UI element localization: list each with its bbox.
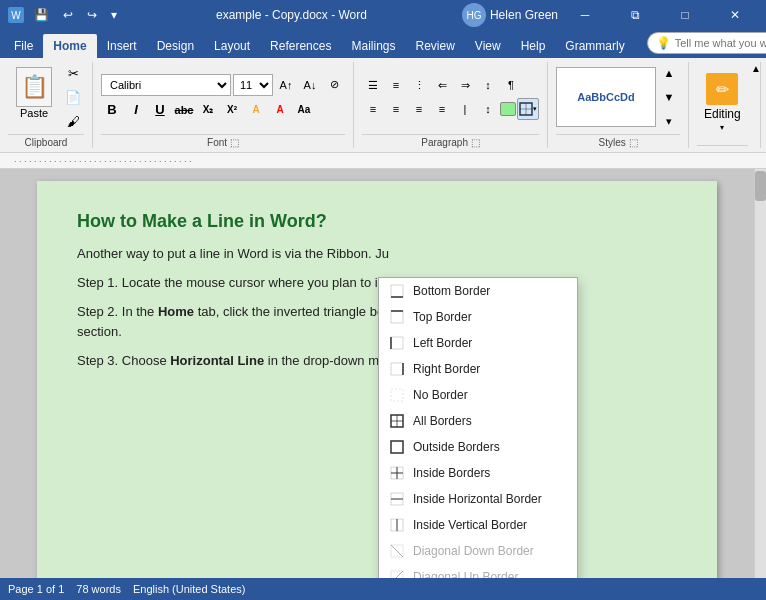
justify-btn[interactable]: ≡ [431, 98, 453, 120]
svg-rect-9 [391, 363, 403, 375]
align-left-btn[interactable]: ≡ [362, 98, 384, 120]
menu-item-inside-vertical-border[interactable]: Inside Vertical Border [379, 512, 577, 538]
align-center-btn[interactable]: ≡ [385, 98, 407, 120]
sort-btn[interactable]: ↕ [477, 74, 499, 96]
tab-references[interactable]: References [260, 34, 341, 58]
clipboard-label: Clipboard [8, 134, 84, 148]
tell-me-input[interactable] [675, 37, 766, 49]
styles-box[interactable]: AaBbCcDd [556, 67, 656, 127]
tab-file[interactable]: File [4, 34, 43, 58]
paste-button[interactable]: 📋 Paste [8, 62, 60, 124]
decrease-indent-btn[interactable]: ⇐ [431, 74, 453, 96]
svg-rect-3 [391, 285, 403, 297]
numbering-btn[interactable]: ≡ [385, 74, 407, 96]
cut-button[interactable]: ✂ [62, 62, 84, 84]
tell-me-box[interactable]: 💡 [647, 32, 766, 54]
tab-help[interactable]: Help [511, 34, 556, 58]
menu-item-right-border[interactable]: Right Border [379, 356, 577, 382]
menu-item-bottom-border[interactable]: Bottom Border [379, 278, 577, 304]
menu-item-outside-borders[interactable]: Outside Borders [379, 434, 577, 460]
quick-customize-btn[interactable]: ▾ [107, 6, 121, 24]
para-controls: ☰ ≡ ⋮ ⇐ ⇒ ↕ ¶ ≡ ≡ ≡ ≡ | ↕ [362, 74, 539, 120]
editing-button[interactable]: ✏ Editing ▾ [697, 68, 748, 137]
right-border-icon [389, 361, 405, 377]
bottom-border-label: Bottom Border [413, 284, 490, 298]
styles-group: AaBbCcDd ▲ ▼ ▾ Styles ⬚ [552, 62, 689, 148]
no-border-icon [389, 387, 405, 403]
quick-save-btn[interactable]: 💾 [30, 6, 53, 24]
clear-format-btn[interactable]: ⊘ [323, 74, 345, 96]
tab-view[interactable]: View [465, 34, 511, 58]
document-area: How to Make a Line in Word? Another way … [0, 169, 754, 578]
menu-item-top-border[interactable]: Top Border [379, 304, 577, 330]
bullets-btn[interactable]: ☰ [362, 74, 384, 96]
show-formatting-btn[interactable]: ¶ [500, 74, 522, 96]
editing-label: Editing [704, 107, 741, 121]
menu-item-left-border[interactable]: Left Border [379, 330, 577, 356]
document-page: How to Make a Line in Word? Another way … [37, 181, 717, 578]
copy-button[interactable]: 📄 [62, 86, 84, 108]
increase-indent-btn[interactable]: ⇒ [454, 74, 476, 96]
tab-design[interactable]: Design [147, 34, 204, 58]
highlight-color-btn[interactable]: A [245, 99, 267, 121]
change-case-btn[interactable]: Aa [293, 99, 315, 121]
editing-dropdown-arrow: ▾ [720, 123, 724, 132]
borders-icon [519, 102, 533, 116]
paste-icon: 📋 [16, 67, 52, 107]
restore-button[interactable]: ⧉ [612, 0, 658, 30]
shading-btn[interactable] [500, 102, 516, 116]
user-name: Helen Green [490, 8, 558, 22]
user-info: HG Helen Green [462, 3, 558, 27]
font-dialog-launcher[interactable]: ⬚ [230, 137, 239, 148]
superscript-button[interactable]: X² [221, 99, 243, 121]
italic-button[interactable]: I [125, 99, 147, 121]
subscript-button[interactable]: X₂ [197, 99, 219, 121]
strikethrough-button[interactable]: abc [173, 99, 195, 121]
close-button[interactable]: ✕ [712, 0, 758, 30]
borders-btn[interactable]: ▾ [517, 98, 539, 120]
maximize-button[interactable]: □ [662, 0, 708, 30]
tab-review[interactable]: Review [405, 34, 464, 58]
tab-mailings[interactable]: Mailings [341, 34, 405, 58]
font-size-select[interactable]: 11 [233, 74, 273, 96]
paragraph-dialog-launcher[interactable]: ⬚ [471, 137, 480, 148]
multilevel-list-btn[interactable]: ⋮ [408, 74, 430, 96]
grow-font-btn[interactable]: A↑ [275, 74, 297, 96]
styles-scroll-down[interactable]: ▼ [658, 86, 680, 108]
bold-button[interactable]: B [101, 99, 123, 121]
menu-item-no-border[interactable]: No Border [379, 382, 577, 408]
underline-button[interactable]: U [149, 99, 171, 121]
tab-grammarly[interactable]: Grammarly [555, 34, 634, 58]
svg-rect-5 [391, 311, 403, 323]
diagonal-down-border-icon [389, 543, 405, 559]
font-name-select[interactable]: Calibri [101, 74, 231, 96]
ribbon-collapse-btn[interactable]: ▲ [748, 60, 764, 76]
doc-para-1: Another way to put a line in Word is via… [77, 244, 677, 265]
minimize-button[interactable]: ─ [562, 0, 608, 30]
format-painter-button[interactable]: 🖌 [62, 110, 84, 132]
font-controls: Calibri 11 A↑ A↓ ⊘ B I U abc [101, 74, 345, 121]
title-bar-title: example - Copy.docx - Word [121, 8, 462, 22]
inside-vertical-border-label: Inside Vertical Border [413, 518, 527, 532]
menu-item-all-borders[interactable]: All Borders [379, 408, 577, 434]
align-right-btn[interactable]: ≡ [408, 98, 430, 120]
tab-home[interactable]: Home [43, 34, 96, 58]
quick-redo-btn[interactable]: ↪ [83, 6, 101, 24]
column-break-btn[interactable]: | [454, 98, 476, 120]
dropdown-arrow: ▾ [533, 105, 537, 113]
quick-undo-btn[interactable]: ↩ [59, 6, 77, 24]
content-wrapper: How to Make a Line in Word? Another way … [0, 169, 766, 578]
vertical-scrollbar[interactable] [754, 169, 766, 578]
tab-layout[interactable]: Layout [204, 34, 260, 58]
menu-item-inside-horizontal-border[interactable]: Inside Horizontal Border [379, 486, 577, 512]
tab-insert[interactable]: Insert [97, 34, 147, 58]
styles-more[interactable]: ▾ [658, 110, 680, 132]
title-bar: W 💾 ↩ ↪ ▾ example - Copy.docx - Word HG … [0, 0, 766, 30]
line-spacing-btn[interactable]: ↕ [477, 98, 499, 120]
diagonal-down-border-label: Diagonal Down Border [413, 544, 534, 558]
shrink-font-btn[interactable]: A↓ [299, 74, 321, 96]
styles-dialog-launcher[interactable]: ⬚ [629, 137, 638, 148]
menu-item-inside-borders[interactable]: Inside Borders [379, 460, 577, 486]
styles-scroll-up[interactable]: ▲ [658, 62, 680, 84]
font-color-btn[interactable]: A [269, 99, 291, 121]
